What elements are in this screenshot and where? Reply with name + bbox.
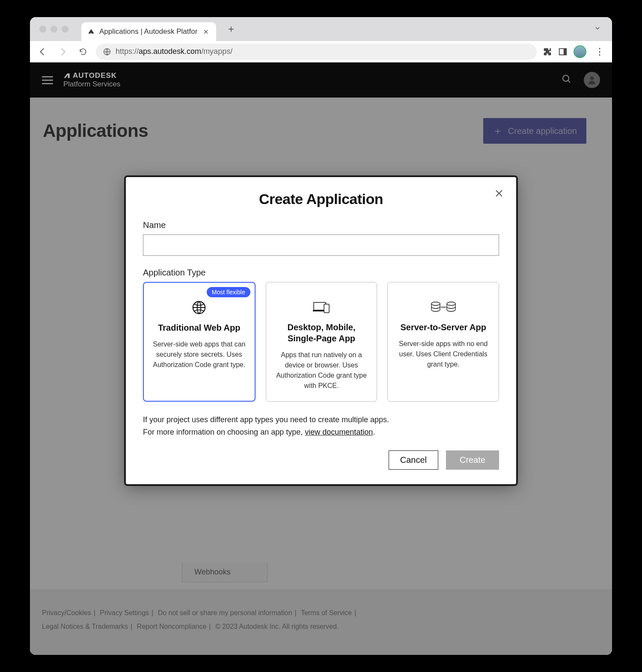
maximize-window-icon[interactable] (62, 26, 68, 33)
card-title: Desktop, Mobile, Single-Page App (274, 322, 369, 344)
cancel-button[interactable]: Cancel (389, 450, 438, 470)
svg-point-4 (590, 77, 594, 80)
app-header: AUTODESK Platform Services (30, 62, 612, 98)
most-flexible-badge: Most flexible (207, 287, 250, 297)
create-application-modal: Create Application Name Application Type… (126, 177, 516, 484)
hint-text: If your project uses different app types… (143, 414, 499, 438)
chevron-down-icon[interactable] (591, 22, 603, 36)
name-input[interactable] (143, 234, 499, 256)
app-type-server-to-server[interactable]: Server-to-Server App Server-side apps wi… (387, 282, 499, 402)
svg-point-3 (563, 75, 569, 81)
forward-button[interactable] (56, 45, 70, 58)
svg-point-9 (431, 302, 440, 305)
tab-favicon-icon (87, 28, 95, 36)
modal-title: Create Application (143, 191, 499, 207)
app-type-desktop-mobile-spa[interactable]: Desktop, Mobile, Single-Page App Apps th… (266, 282, 377, 402)
type-label: Application Type (143, 268, 499, 278)
brand-subtitle: Platform Services (63, 80, 120, 89)
site-info-icon[interactable] (103, 47, 111, 56)
svg-rect-8 (324, 304, 329, 313)
side-panel-icon[interactable] (558, 47, 568, 56)
browser-tab[interactable]: Applications | Autodesk Platfor × (81, 22, 216, 41)
autodesk-logo-icon (63, 72, 70, 79)
globe-icon (192, 299, 206, 316)
search-icon[interactable] (562, 74, 572, 86)
minimize-window-icon[interactable] (51, 26, 57, 33)
database-icon (431, 299, 456, 316)
browser-toolbar: https://aps.autodesk.com/myapps/ ⋮ (30, 41, 612, 62)
create-button[interactable]: Create (446, 450, 499, 470)
browser-menu-icon[interactable]: ⋮ (592, 46, 607, 57)
profile-avatar-icon[interactable] (574, 45, 586, 58)
card-title: Server-to-Server App (400, 322, 486, 333)
back-button[interactable] (35, 45, 50, 58)
new-tab-button[interactable]: + (223, 23, 239, 35)
extensions-icon[interactable] (543, 47, 552, 56)
page-body: Applications ＋ Create application Webhoo… (30, 98, 612, 655)
browser-tab-bar: Applications | Autodesk Platfor × + (30, 17, 612, 41)
card-description: Server-side apps with no end user. Uses … (395, 339, 491, 370)
user-avatar-icon[interactable] (584, 72, 600, 88)
brand-logo[interactable]: AUTODESK Platform Services (63, 71, 120, 88)
brand-name: AUTODESK (73, 71, 117, 80)
card-description: Apps that run natively on a device or br… (274, 350, 369, 391)
window-controls[interactable] (39, 26, 68, 33)
svg-point-10 (447, 302, 455, 305)
card-description: Server-side web apps that can securely s… (152, 339, 247, 370)
url-text: https://aps.autodesk.com/myapps/ (116, 47, 232, 56)
modal-actions: Cancel Create (143, 450, 499, 470)
reload-button[interactable] (76, 46, 90, 58)
view-documentation-link[interactable]: view documentation (305, 428, 373, 436)
app-type-traditional-web[interactable]: Most flexible Traditional Web App Server… (143, 282, 256, 402)
app-type-grid: Most flexible Traditional Web App Server… (143, 282, 499, 402)
devices-icon (313, 299, 330, 316)
svg-rect-2 (564, 48, 566, 55)
menu-icon[interactable] (42, 76, 53, 84)
close-window-icon[interactable] (39, 26, 46, 33)
name-label: Name (143, 220, 499, 230)
tab-title: Applications | Autodesk Platfor (99, 27, 197, 36)
tab-close-icon[interactable]: × (202, 27, 210, 37)
card-title: Traditional Web App (158, 322, 240, 333)
address-bar[interactable]: https://aps.autodesk.com/myapps/ (96, 44, 537, 60)
close-icon[interactable] (494, 188, 504, 200)
modal-overlay[interactable]: Create Application Name Application Type… (30, 98, 612, 655)
browser-window: Applications | Autodesk Platfor × + http… (30, 17, 612, 655)
app-shell: AUTODESK Platform Services Applications … (30, 62, 612, 655)
